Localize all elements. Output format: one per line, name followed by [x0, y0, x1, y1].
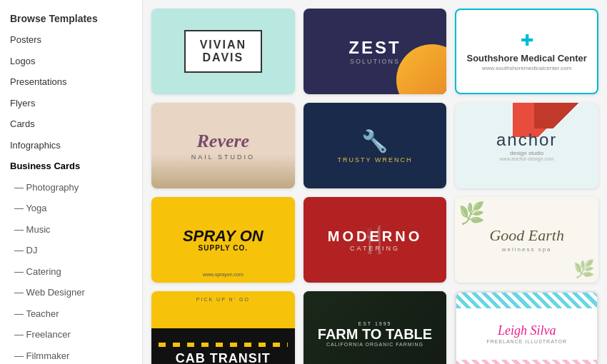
sidebar-item-photography[interactable]: — Photography [0, 177, 142, 198]
anchor-sub: design studio [510, 150, 543, 156]
medical-icon: ✚ [521, 31, 533, 50]
farm-title: FARM TO TABLE [318, 326, 432, 342]
sidebar-item-freelancer[interactable]: — Freelancer [0, 324, 142, 345]
sidebar-item-infographics[interactable]: Infographics [0, 135, 142, 156]
farm-est: EST 1995 [358, 321, 391, 326]
vivian-name-bot: DAVIS [200, 51, 246, 64]
vivian-name-top: VIVIAN [200, 39, 246, 51]
sidebar-item-yoga[interactable]: — Yoga [0, 198, 142, 219]
southshore-title: Southshore Medical Center [467, 53, 587, 64]
leigh-sub: FREELANCE ILLUSTRATOR [486, 339, 567, 344]
sidebar-item-posters[interactable]: Posters [0, 29, 142, 51]
template-moderno[interactable]: 🍴 MODERNO CATERING [304, 197, 447, 283]
sidebar-item-web-designer[interactable]: — Web Designer [0, 282, 142, 303]
template-zest[interactable]: ZEST SOLUTIONS [304, 9, 447, 94]
template-trusty-wrench[interactable]: 🔧 TRUSTY WRENCH [304, 103, 447, 188]
leigh-top-decoration [456, 293, 597, 308]
zest-sub: SOLUTIONS [348, 58, 401, 65]
leigh-bot-decoration [456, 360, 597, 364]
leaf-icon: 🌿 [458, 201, 485, 226]
spray-title: SPRAY ON [183, 228, 264, 244]
moderno-sub: CATERING [350, 245, 400, 252]
wrench-text: TRUSTY WRENCH [338, 156, 413, 163]
sidebar-header[interactable]: Browse Templates [0, 7, 142, 29]
anchor-stripe2-decoration [534, 103, 598, 128]
template-spray-on[interactable]: SPRAY ON SUPPLY CO. www.sprayon.com [151, 197, 295, 283]
leigh-name: Leigh Silva [498, 324, 556, 338]
sidebar-item-music[interactable]: — Music [0, 219, 142, 241]
template-revere[interactable]: Revere NAIL STUDIO [151, 103, 295, 188]
sidebar-item-presentations[interactable]: Presentations [0, 71, 142, 93]
wrench-icon: 🔧 [361, 128, 388, 153]
template-farm-to-table[interactable]: EST 1995 FARM TO TABLE CALIFORNIA ORGANI… [304, 291, 447, 364]
cab-stripe-decoration [159, 343, 288, 347]
zest-name: ZEST [348, 38, 401, 57]
sidebar-item-dj[interactable]: — DJ [0, 240, 142, 261]
spray-sub: SUPPLY CO. [199, 244, 248, 252]
anchor-website: www.anchor-design.com [500, 156, 554, 161]
farm-sub: CALIFORNIA ORGANIC FARMING [326, 342, 423, 347]
template-southshore[interactable]: ✚ Southshore Medical Center www.southsho… [455, 9, 598, 94]
main-content: VIVIAN DAVIS ZEST SOLUTIONS ✚ Southshore… [143, 0, 607, 364]
leaf2-icon: 🌿 [573, 259, 595, 279]
template-leigh-silva[interactable]: Leigh Silva FREELANCE ILLUSTRATOR [455, 291, 598, 364]
sidebar: Browse Templates Posters Logos Presentat… [0, 0, 143, 364]
cab-title: CAB TRANSIT [159, 351, 288, 364]
template-good-earth[interactable]: 🌿 🌿 Good Earth wellness spa [455, 197, 598, 283]
cab-top-text: PICK UP N' GO [151, 297, 295, 302]
revere-sub: NAIL STUDIO [191, 153, 255, 161]
sidebar-item-flyers[interactable]: Flyers [0, 93, 142, 114]
spray-url: www.sprayon.com [203, 272, 244, 277]
template-anchor[interactable]: anchor design studio www.anchor-design.c… [455, 103, 598, 188]
sidebar-item-cards[interactable]: Cards [0, 113, 142, 135]
moderno-name: MODERNO [328, 228, 422, 245]
sidebar-item-business-cards[interactable]: Business Cards [0, 156, 142, 177]
sidebar-item-teacher[interactable]: — Teacher [0, 303, 142, 325]
southshore-sub: www.southshoremedicalcenter.com [482, 65, 571, 71]
good-earth-sub: wellness spa [502, 246, 552, 253]
template-vivian-davis[interactable]: VIVIAN DAVIS [151, 9, 295, 94]
sidebar-item-logos[interactable]: Logos [0, 51, 142, 72]
good-earth-name: Good Earth [489, 227, 564, 244]
sidebar-item-filmmaker[interactable]: — Filmmaker [0, 345, 142, 365]
anchor-name: anchor [496, 130, 557, 150]
template-cab-transit[interactable]: PICK UP N' GO CAB TRANSIT NEW YORK CAB S… [151, 291, 295, 364]
sidebar-item-catering[interactable]: — Catering [0, 261, 142, 283]
template-grid: VIVIAN DAVIS ZEST SOLUTIONS ✚ Southshore… [151, 9, 598, 364]
zest-decoration [396, 44, 446, 94]
revere-name: Revere [197, 131, 250, 152]
